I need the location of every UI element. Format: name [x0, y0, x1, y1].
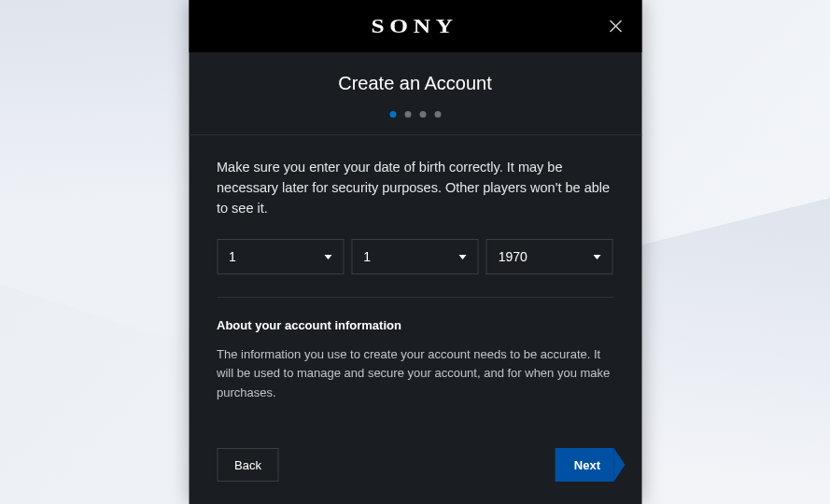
next-button[interactable]: Next	[556, 448, 613, 482]
dob-month-select[interactable]: 1	[217, 239, 344, 274]
chevron-down-icon	[324, 255, 331, 259]
chevron-down-icon	[594, 255, 601, 259]
progress-dot-4	[434, 111, 441, 118]
dob-year-value: 1970	[499, 249, 528, 264]
progress-dot-2	[404, 111, 411, 118]
dob-month-value: 1	[229, 249, 236, 264]
dob-year-select[interactable]: 1970	[486, 239, 613, 274]
title-area: Create an Account	[189, 52, 641, 135]
page-title: Create an Account	[189, 73, 641, 94]
progress-dot-3	[419, 111, 426, 118]
dob-day-value: 1	[363, 249, 371, 264]
modal-footer: Back Next	[189, 448, 641, 504]
modal-header: SONY	[189, 0, 641, 52]
dob-day-select[interactable]: 1	[351, 239, 478, 274]
close-icon	[608, 19, 623, 34]
account-info-heading: About your account information	[217, 318, 613, 332]
modal-content: Make sure you enter your date of birth c…	[189, 135, 641, 448]
divider	[217, 297, 613, 298]
progress-dot-1	[389, 111, 396, 118]
account-info-body: The information you use to create your a…	[217, 345, 613, 401]
chevron-down-icon	[459, 255, 467, 259]
close-button[interactable]	[606, 17, 625, 35]
dob-instructions: Make sure you enter your date of birth c…	[217, 158, 613, 218]
progress-dots	[189, 111, 641, 118]
create-account-modal: SONY Create an Account Make sure you ent…	[189, 0, 641, 504]
dob-row: 1 1 1970	[217, 239, 613, 274]
sony-logo: SONY	[372, 14, 458, 38]
back-button[interactable]: Back	[217, 448, 279, 482]
